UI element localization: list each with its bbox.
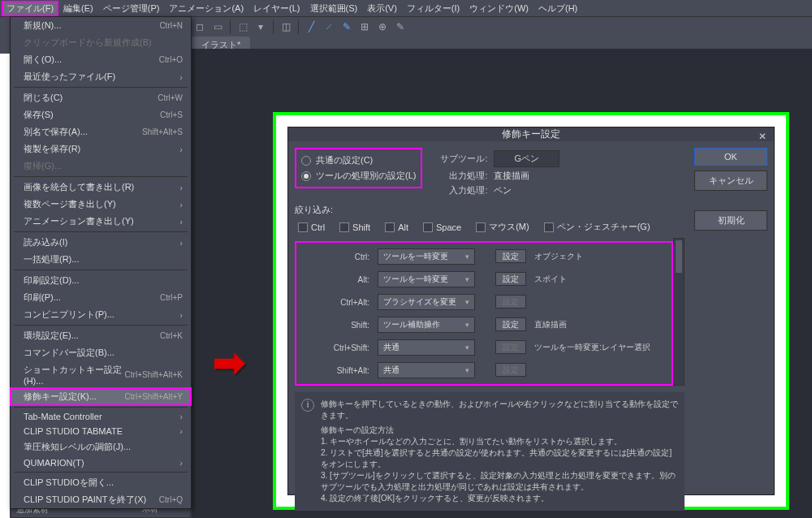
tool-icon[interactable]: ⬚ <box>235 19 251 35</box>
tool-icon[interactable]: ⊕ <box>374 19 391 35</box>
tool-icon[interactable]: ⟋ <box>321 19 337 35</box>
chevron-right-icon: › <box>179 72 183 82</box>
info-icon: i <box>301 399 314 412</box>
tool-icon[interactable]: ✎ <box>392 19 408 35</box>
menu-ウィンドウ(W)[interactable]: ウィンドウ(W) <box>464 1 533 16</box>
action-select[interactable]: ツールを一時変更▾ <box>378 248 475 265</box>
tool-icon[interactable]: ◫ <box>278 19 294 35</box>
action-select[interactable]: 共通▾ <box>378 362 475 378</box>
radio-icon <box>301 156 311 166</box>
menu-レイヤー(L)[interactable]: レイヤー(L) <box>248 1 304 16</box>
chevron-down-icon: ▾ <box>465 298 469 306</box>
menu-item[interactable]: 新規(N)...Ctrl+N <box>11 17 191 34</box>
menu-フィルター(I)[interactable]: フィルター(I) <box>402 1 464 16</box>
menu-アニメーション(A)[interactable]: アニメーション(A) <box>164 1 248 16</box>
chevron-right-icon: › <box>179 458 183 468</box>
filter-checkbox[interactable] <box>298 222 308 232</box>
action-select[interactable]: ツールを一時変更▾ <box>378 271 475 287</box>
menu-ファイル(F)[interactable]: ファイル(F) <box>2 1 58 16</box>
filter-checkbox[interactable] <box>544 222 554 232</box>
settings-row: Ctrl:ツールを一時変更▾設定オブジェクト <box>300 246 668 267</box>
menu-item: 復帰(G)... <box>11 158 191 175</box>
menu-item[interactable]: Tab-Mate Controller› <box>11 409 191 424</box>
config-button: 設定 <box>495 340 526 354</box>
scrollbar-vertical[interactable] <box>673 238 685 386</box>
help-box: i 修飾キーを押下しているときの動作、およびホイールや右クリックなどに割り当てる… <box>295 392 685 511</box>
tool-icon[interactable]: ◻ <box>192 19 208 35</box>
chevron-right-icon: › <box>179 426 183 436</box>
settings-row: Ctrl+Shift:共通▾設定ツールを一時変更:レイヤー選択 <box>300 337 668 358</box>
menu-item[interactable]: CLIP STUDIOを開く... <box>11 474 191 491</box>
menu-item[interactable]: 環境設定(E)...Ctrl+K <box>11 327 191 344</box>
filter-row: 絞り込み: <box>295 204 685 216</box>
cancel-button[interactable]: キャンセル <box>694 171 767 191</box>
init-button[interactable]: 初期化 <box>694 210 767 231</box>
filter-checkboxes: CtrlShiftAltSpaceマウス(M)ペン・ジェスチャー(G) <box>295 221 685 233</box>
menu-item[interactable]: CLIP STUDIO TABMATE› <box>11 424 191 438</box>
menu-item[interactable]: アニメーション書き出し(Y)› <box>11 213 191 230</box>
radio-per-tool[interactable]: ツールの処理別の設定(L) <box>301 168 416 183</box>
menu-item[interactable]: 読み込み(I)› <box>11 234 191 251</box>
menu-item[interactable]: 修飾キー設定(K)...Ctrl+Shift+Alt+Y <box>11 388 191 405</box>
menu-表示(V)[interactable]: 表示(V) <box>362 1 402 16</box>
chevron-right-icon: › <box>179 412 183 421</box>
menu-item[interactable]: 印刷設定(D)... <box>11 272 191 289</box>
menu-item[interactable]: 印刷(P)...Ctrl+P <box>11 289 191 306</box>
menu-item[interactable]: コマンドバー設定(B)... <box>11 344 191 361</box>
menu-item[interactable]: 一括処理(R)... <box>11 251 191 268</box>
tool-icon[interactable]: ▭ <box>209 19 226 35</box>
modifier-key-dialog: 修飾キー設定 ✕ 共通の設定(C) ツールの処理別の設定(L) <box>287 127 775 495</box>
menu-item[interactable]: 画像を統合して書き出し(R)› <box>11 179 191 196</box>
config-button: 設定 <box>495 363 526 377</box>
settings-row: Shift+Alt:共通▾設定 <box>300 360 668 381</box>
filter-checkbox[interactable] <box>476 222 486 232</box>
chevron-right-icon: › <box>179 238 183 248</box>
setting-scope-radios: 共通の設定(C) ツールの処理別の設定(L) <box>295 148 422 188</box>
filter-checkbox[interactable] <box>423 222 433 232</box>
file-menu-dropdown: 新規(N)...Ctrl+Nクリップボードから新規作成(B)開く(O)...Ct… <box>10 16 192 509</box>
menu-item[interactable]: 別名で保存(A)...Shift+Alt+S <box>11 123 191 140</box>
action-select[interactable]: 共通▾ <box>378 339 475 356</box>
chevron-right-icon: › <box>179 310 183 320</box>
filter-checkbox[interactable] <box>339 222 349 232</box>
radio-common[interactable]: 共通の設定(C) <box>301 153 416 168</box>
action-select[interactable]: ツール補助操作▾ <box>378 317 475 333</box>
menu-ページ管理(P)[interactable]: ページ管理(P) <box>98 1 165 16</box>
chevron-down-icon: ▾ <box>465 275 469 283</box>
settings-table: Ctrl:ツールを一時変更▾設定オブジェクトAlt:ツールを一時変更▾設定スポイ… <box>298 244 670 382</box>
menu-item[interactable]: ショートカットキー設定(H)...Ctrl+Shift+Alt+K <box>11 361 191 388</box>
radio-icon <box>301 171 311 181</box>
menu-item[interactable]: QUMARION(T)› <box>11 455 191 470</box>
settings-row: Alt:ツールを一時変更▾設定スポイト <box>300 269 668 290</box>
menu-item[interactable]: CLIP STUDIO PAINTを終了(X)Ctrl+Q <box>11 491 191 508</box>
menu-item[interactable]: 複製を保存(R)› <box>11 140 191 158</box>
tool-icon[interactable]: ▾ <box>253 19 269 35</box>
menu-item[interactable]: 閉じる(C)Ctrl+W <box>11 89 191 106</box>
close-icon[interactable]: ✕ <box>756 131 769 144</box>
settings-row: Shift:ツール補助操作▾設定直線描画 <box>300 314 668 335</box>
dialog-highlight-frame: 修飾キー設定 ✕ 共通の設定(C) ツールの処理別の設定(L) <box>273 112 789 510</box>
tool-icon[interactable]: ╱ <box>303 19 319 35</box>
menu-item[interactable]: 最近使ったファイル(F)› <box>11 68 191 85</box>
tool-icon[interactable]: ⊞ <box>356 19 373 35</box>
tool-icon[interactable]: ✎ <box>339 19 355 35</box>
menu-編集(E)[interactable]: 編集(E) <box>58 1 98 16</box>
menubar: ファイル(F)編集(E)ページ管理(P)アニメーション(A)レイヤー(L)選択範… <box>0 0 812 16</box>
subtool-field[interactable]: Gペン <box>494 150 559 167</box>
dialog-title: 修飾キー設定 <box>502 127 560 141</box>
action-select[interactable]: ブラシサイズを変更▾ <box>378 294 475 310</box>
menu-item[interactable]: 複数ページ書き出し(Y)› <box>11 196 191 213</box>
menu-選択範囲(S)[interactable]: 選択範囲(S) <box>305 1 363 16</box>
ok-button[interactable]: OK <box>694 148 767 166</box>
filter-checkbox[interactable] <box>385 222 395 232</box>
menu-item[interactable]: 保存(S)Ctrl+S <box>11 106 191 123</box>
menu-item[interactable]: 筆圧検知レベルの調節(J)... <box>11 438 191 455</box>
menu-ヘルプ(H)[interactable]: ヘルプ(H) <box>533 1 582 16</box>
config-button[interactable]: 設定 <box>495 272 526 286</box>
config-button[interactable]: 設定 <box>495 249 526 263</box>
menu-item[interactable]: 開く(O)...Ctrl+O <box>11 51 191 68</box>
config-button[interactable]: 設定 <box>495 317 526 331</box>
dialog-titlebar: 修飾キー設定 ✕ <box>288 127 774 141</box>
menu-item[interactable]: コンビニプリント(P)...› <box>11 306 191 323</box>
settings-table-frame: Ctrl:ツールを一時変更▾設定オブジェクトAlt:ツールを一時変更▾設定スポイ… <box>295 241 673 386</box>
